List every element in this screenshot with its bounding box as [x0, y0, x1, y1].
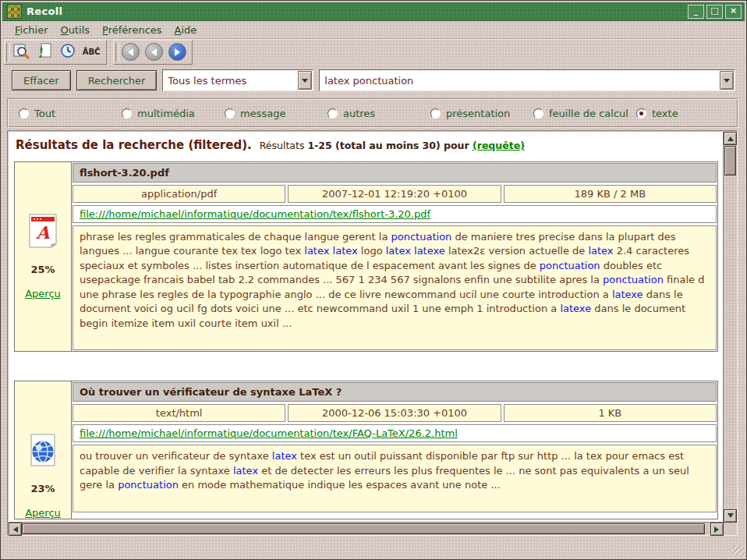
document-update-icon [36, 42, 53, 62]
highlighted-term: latex [304, 245, 329, 257]
clear-button[interactable]: Effacer [12, 70, 71, 90]
results-list: Résultats de la recherche (filtered).Rés… [9, 132, 724, 523]
filter-label: autres [343, 108, 375, 119]
filter-radio[interactable]: multimédia [122, 108, 225, 119]
filter-radio[interactable]: autres [327, 108, 430, 119]
menu-bar: Fichier Outils Préférences Aide [2, 21, 745, 39]
results-title: Résultats de la recherche (filtered). [16, 138, 252, 152]
highlighted-term: latex [588, 245, 613, 257]
query-link[interactable]: (requête) [473, 140, 525, 151]
filter-radio[interactable]: présentation [430, 108, 533, 119]
results-area: Résultats de la recherche (filtered).Rés… [7, 130, 738, 536]
history-button[interactable] [58, 43, 78, 62]
minimize-button[interactable]: _ [688, 5, 704, 19]
filter-label: feuille de calcul [549, 108, 628, 119]
first-page-icon [122, 43, 140, 61]
filter-radio[interactable]: Tout [19, 108, 122, 119]
html-file-icon[interactable] [27, 455, 58, 470]
radio-icon[interactable] [327, 108, 338, 119]
snippet-text: en mode mathematique indique les espaces… [179, 479, 501, 491]
radio-icon[interactable] [430, 108, 441, 119]
arrow-right-icon [714, 526, 722, 533]
maximize-button[interactable]: □ [706, 5, 723, 19]
result-entry: A 25% Aperçu flshort-3.20.pdf app [14, 161, 718, 352]
search-settings-button[interactable] [11, 43, 31, 62]
menu-outils[interactable]: Outils [55, 23, 97, 37]
result-meta-row: application/pdf 2007-12-01 12:19:20 +010… [73, 185, 717, 203]
radio-icon[interactable] [122, 108, 132, 119]
search-controls: Effacer Rechercher Tous les termes [12, 69, 735, 91]
previous-page-icon [145, 43, 163, 61]
previous-page-button[interactable] [143, 43, 164, 62]
chevron-down-icon[interactable] [298, 71, 312, 90]
vertical-scrollbar[interactable] [723, 132, 736, 523]
result-date: 2000-12-06 15:03:30 +0100 [288, 404, 501, 422]
radio-icon[interactable] [636, 108, 646, 119]
scroll-left-button[interactable] [9, 523, 22, 536]
filter-radio[interactable]: feuille de calcul [533, 108, 636, 119]
highlighted-term: ponctuation [118, 479, 179, 491]
filter-label: message [240, 108, 285, 119]
menu-aide[interactable]: Aide [168, 23, 204, 37]
highlighted-term: latex [333, 245, 358, 257]
filter-label: texte [652, 108, 678, 119]
highlighted-term: ponctuation [603, 274, 664, 285]
result-snippet: phrase les regles grammaticales de chaqu… [73, 225, 717, 350]
chevron-down-icon[interactable] [720, 71, 734, 90]
next-page-button[interactable] [167, 43, 187, 62]
filter-label: Tout [34, 108, 55, 119]
preview-link[interactable]: Aperçu [25, 288, 61, 299]
resize-grip[interactable] [732, 545, 744, 557]
result-entry: 23% Aperçu Où trouver un vérificateur de… [14, 381, 718, 519]
filter-label: présentation [446, 108, 510, 119]
result-mime: text/html [73, 404, 285, 422]
highlighted-term: latexe [560, 303, 591, 314]
result-snippet: ou trouver un verificateur de syntaxe la… [73, 445, 717, 512]
highlighted-term: latex [272, 450, 297, 462]
term-explorer-button[interactable]: ÂBĈ [81, 43, 101, 62]
arrow-up-icon [728, 133, 734, 141]
vertical-scrollbar-thumb[interactable] [724, 146, 736, 175]
pdf-file-icon[interactable]: A [27, 236, 58, 251]
arrow-left-icon [10, 526, 18, 533]
result-date: 2007-12-01 12:19:20 +0100 [288, 185, 501, 203]
radio-icon[interactable] [533, 108, 543, 119]
result-details: flshort-3.20.pdf application/pdf 2007-12… [72, 162, 717, 351]
horizontal-scrollbar-thumb[interactable] [22, 523, 705, 534]
filter-label: multimédia [137, 108, 195, 119]
snippet-text: latex2ε version actuelle de [445, 245, 589, 257]
highlighted-term: latex [386, 245, 411, 257]
result-size: 189 KB / 2 MB [504, 185, 717, 203]
title-bar[interactable]: Recoll _ □ × [2, 2, 745, 21]
menu-preferences[interactable]: Préférences [96, 23, 168, 37]
highlighted-term: latex [233, 465, 258, 477]
search-mode-select[interactable]: Tous les termes [162, 69, 313, 91]
radio-icon[interactable] [19, 108, 29, 119]
preview-link[interactable]: Aperçu [25, 507, 61, 519]
snippet-text: logo [358, 245, 386, 257]
close-button[interactable]: × [725, 5, 742, 19]
filter-radio[interactable]: message [225, 108, 327, 119]
clock-icon [60, 43, 76, 62]
menu-fichier[interactable]: Fichier [9, 23, 55, 37]
result-size: 1 KB [504, 404, 717, 422]
update-index-button[interactable] [34, 43, 55, 62]
scroll-down-button[interactable] [724, 509, 737, 523]
search-entry[interactable] [319, 69, 735, 91]
scroll-right-button[interactable] [710, 523, 724, 536]
result-url-link[interactable]: file:///home/michael/informatique/docume… [80, 427, 458, 439]
highlighted-term: latexe [612, 289, 643, 300]
app-icon [7, 4, 22, 19]
scroll-up-button[interactable] [724, 132, 737, 145]
first-page-button[interactable] [120, 43, 140, 62]
term-explorer-icon: ÂBĈ [83, 48, 101, 56]
result-title: Où trouver un vérificateur de syntaxe La… [73, 382, 717, 402]
filter-radio[interactable]: texte [636, 108, 678, 119]
result-url-row: file:///home/michael/informatique/docume… [73, 424, 717, 442]
result-title: flshort-3.20.pdf [73, 163, 717, 183]
search-input[interactable] [320, 75, 720, 87]
result-url-link[interactable]: file:///home/michael/informatique/docume… [80, 208, 430, 220]
radio-icon[interactable] [225, 108, 235, 119]
horizontal-scrollbar[interactable] [9, 522, 724, 534]
search-button[interactable]: Rechercher [76, 70, 158, 90]
